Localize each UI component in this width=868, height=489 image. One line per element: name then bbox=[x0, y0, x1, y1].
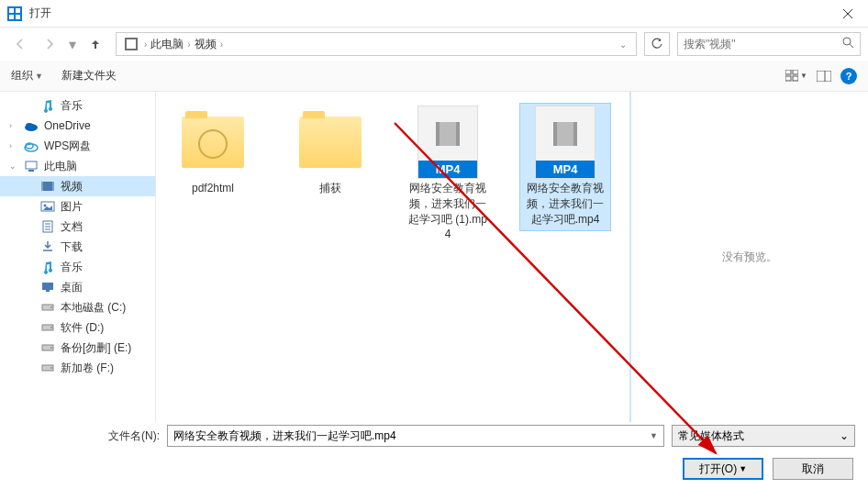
file-item[interactable]: pdf2html bbox=[167, 103, 259, 201]
chevron-down-icon[interactable]: ▼ bbox=[650, 431, 658, 440]
svg-rect-45 bbox=[456, 122, 460, 146]
chevron-right-icon: › bbox=[220, 39, 223, 50]
svg-rect-23 bbox=[41, 182, 54, 191]
music-icon bbox=[40, 98, 55, 113]
window-title: 打开 bbox=[29, 6, 827, 21]
video-file-icon: MP4 bbox=[535, 106, 595, 179]
breadcrumb-item[interactable]: 此电脑 bbox=[149, 37, 185, 52]
chevron-right-icon: › bbox=[144, 39, 147, 50]
filetype-filter[interactable]: 常见媒体格式⌄ bbox=[672, 425, 855, 447]
file-item[interactable]: 捕获 bbox=[284, 103, 376, 201]
tree-item-video[interactable]: 视频 bbox=[0, 176, 155, 196]
tree-item-label: 新加卷 (F:) bbox=[61, 361, 114, 376]
filename-input[interactable] bbox=[173, 429, 650, 442]
svg-rect-2 bbox=[16, 8, 20, 13]
svg-rect-3 bbox=[9, 15, 14, 19]
folder-icon bbox=[299, 117, 362, 168]
preview-text: 没有预览。 bbox=[722, 250, 777, 265]
svg-rect-24 bbox=[41, 182, 43, 191]
svg-point-42 bbox=[50, 367, 52, 369]
doc-icon bbox=[40, 219, 55, 234]
file-label: 网络安全教育视频，进来我们一起学习吧.mp4 bbox=[524, 181, 606, 227]
cancel-button[interactable]: 取消 bbox=[773, 458, 853, 480]
close-button[interactable] bbox=[827, 0, 868, 28]
tree-item-label: 本地磁盘 (C:) bbox=[61, 300, 126, 316]
nav-bar: ▾ › 此电脑 › 视频 › ⌄ bbox=[0, 28, 868, 61]
tree-item-download[interactable]: 下载 bbox=[0, 237, 155, 257]
main-area: 音乐›OneDrive›WPS网盘⌄此电脑视频图片文档下载音乐桌面本地磁盘 (C… bbox=[0, 92, 868, 422]
chevron-down-icon: ⌄ bbox=[840, 429, 849, 442]
disk-icon bbox=[40, 340, 55, 355]
forward-button[interactable] bbox=[37, 33, 62, 55]
up-button[interactable] bbox=[83, 33, 108, 55]
disk-icon bbox=[40, 320, 55, 335]
svg-rect-1 bbox=[9, 8, 14, 13]
search-box[interactable] bbox=[677, 32, 861, 56]
tree-item-onedrive[interactable]: ›OneDrive bbox=[0, 116, 155, 136]
preview-pane-button[interactable] bbox=[813, 67, 835, 85]
footer: 文件名(N): ▼ 常见媒体格式⌄ 打开(O)▼ 取消 bbox=[0, 416, 868, 489]
sidebar: 音乐›OneDrive›WPS网盘⌄此电脑视频图片文档下载音乐桌面本地磁盘 (C… bbox=[0, 92, 156, 422]
search-input[interactable] bbox=[684, 38, 842, 50]
tree-item-label: 桌面 bbox=[61, 280, 83, 295]
search-icon bbox=[842, 37, 854, 51]
svg-rect-22 bbox=[28, 170, 34, 172]
tree-item-label: OneDrive bbox=[44, 119, 91, 132]
tree-item-label: 下载 bbox=[61, 239, 83, 255]
view-tiles-button[interactable]: ▼ bbox=[785, 67, 807, 85]
onedrive-icon bbox=[24, 118, 39, 133]
tree-item-label: 音乐 bbox=[61, 98, 83, 114]
tree-item-disk[interactable]: 新加卷 (F:) bbox=[0, 358, 155, 378]
breadcrumb-dropdown[interactable]: ⌄ bbox=[614, 39, 632, 50]
tree-item-music[interactable]: 音乐 bbox=[0, 257, 155, 277]
file-item[interactable]: MP4网络安全教育视频，进来我们一起学习吧.mp4 bbox=[519, 103, 611, 231]
file-list[interactable]: pdf2html捕获MP4网络安全教育视频，进来我们一起学习吧 (1).mp4M… bbox=[156, 92, 629, 422]
new-folder-button[interactable]: 新建文件夹 bbox=[61, 68, 117, 83]
svg-rect-47 bbox=[553, 122, 557, 146]
expand-icon[interactable]: › bbox=[9, 121, 18, 130]
tree-item-disk[interactable]: 软件 (D:) bbox=[0, 317, 155, 338]
svg-line-10 bbox=[850, 44, 853, 48]
video-file-icon: MP4 bbox=[417, 106, 478, 179]
tree-item-label: 视频 bbox=[61, 179, 83, 194]
svg-rect-13 bbox=[785, 76, 791, 81]
chevron-right-icon: › bbox=[187, 39, 190, 50]
svg-rect-44 bbox=[436, 122, 440, 146]
tree-item-doc[interactable]: 文档 bbox=[0, 217, 155, 237]
svg-rect-48 bbox=[573, 122, 577, 146]
recent-dropdown[interactable]: ▾ bbox=[66, 33, 79, 55]
breadcrumb-item[interactable]: 视频 bbox=[193, 37, 218, 52]
breadcrumb-bar[interactable]: › 此电脑 › 视频 › ⌄ bbox=[116, 32, 637, 56]
tree-item-label: WPS网盘 bbox=[44, 139, 91, 154]
tree-item-label: 图片 bbox=[61, 199, 83, 215]
svg-point-18 bbox=[26, 123, 33, 128]
picture-icon bbox=[40, 199, 55, 214]
open-button[interactable]: 打开(O)▼ bbox=[683, 458, 763, 480]
help-button[interactable]: ? bbox=[840, 68, 857, 84]
back-button[interactable] bbox=[7, 33, 33, 55]
tree-item-desktop[interactable]: 桌面 bbox=[0, 277, 155, 297]
tree-item-disk[interactable]: 本地磁盘 (C:) bbox=[0, 297, 155, 317]
tree-item-pc[interactable]: ⌄此电脑 bbox=[0, 156, 155, 176]
svg-point-9 bbox=[843, 38, 851, 45]
file-label: 捕获 bbox=[319, 181, 341, 196]
expand-icon[interactable]: ⌄ bbox=[9, 161, 18, 171]
tree-item-picture[interactable]: 图片 bbox=[0, 196, 155, 217]
svg-rect-4 bbox=[16, 15, 20, 19]
preview-pane: 没有预览。 bbox=[629, 92, 868, 422]
tree-item-wps[interactable]: ›WPS网盘 bbox=[0, 136, 155, 156]
tree-item-music[interactable]: 音乐 bbox=[0, 95, 155, 116]
svg-rect-12 bbox=[793, 70, 798, 74]
desktop-icon bbox=[40, 280, 55, 295]
svg-point-36 bbox=[50, 306, 52, 308]
tree-item-disk[interactable]: 备份[勿删] (E:) bbox=[0, 338, 155, 358]
svg-point-40 bbox=[50, 347, 52, 349]
svg-rect-33 bbox=[42, 283, 53, 290]
expand-icon[interactable]: › bbox=[9, 141, 18, 150]
app-icon bbox=[7, 6, 22, 21]
file-item[interactable]: MP4网络安全教育视频，进来我们一起学习吧 (1).mp4 bbox=[402, 103, 494, 247]
refresh-button[interactable] bbox=[644, 32, 670, 56]
svg-rect-34 bbox=[46, 290, 50, 292]
organize-menu[interactable]: 组织▼ bbox=[11, 68, 43, 83]
filename-combobox[interactable]: ▼ bbox=[167, 425, 664, 447]
